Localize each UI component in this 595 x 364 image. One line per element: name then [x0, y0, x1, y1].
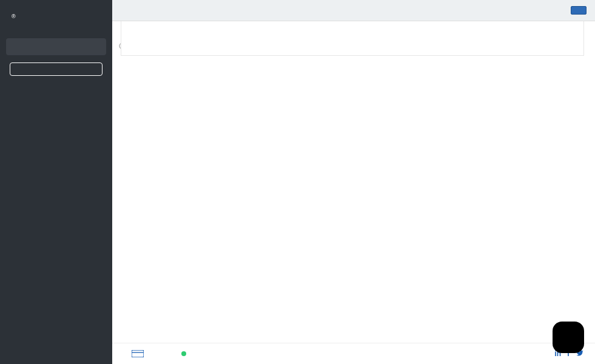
logo: ® — [0, 0, 112, 38]
search-box[interactable] — [6, 38, 106, 55]
nav-list — [0, 86, 112, 364]
trial-banner — [112, 0, 595, 21]
logo-trademark: ® — [12, 13, 16, 19]
reports-card — [121, 21, 584, 56]
cards-icon — [132, 350, 144, 357]
help-button[interactable] — [553, 322, 584, 353]
content-scroll[interactable] — [112, 21, 595, 343]
search-input[interactable] — [12, 42, 118, 52]
svg-rect-2 — [132, 350, 144, 357]
payment-info-button[interactable] — [571, 6, 587, 15]
status-dot-icon — [181, 351, 186, 356]
system-status[interactable] — [178, 351, 186, 356]
sidebar: ® — [0, 0, 112, 364]
add-new-button[interactable] — [10, 62, 103, 76]
main: in f — [112, 0, 595, 364]
footer: in f — [112, 343, 595, 364]
